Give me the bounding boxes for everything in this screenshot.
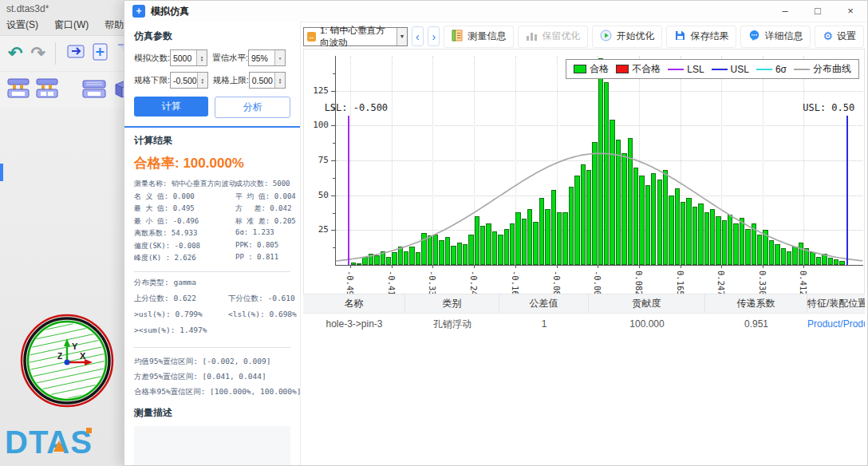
start-optimize-icon: [600, 30, 612, 44]
histogram-bar: [433, 235, 438, 265]
x-tick-label: -0.248: [469, 271, 479, 294]
feature-position-link[interactable]: Product/Product1/untitle_1_point: [807, 315, 865, 334]
next-measurement-button[interactable]: ›: [428, 26, 440, 46]
histogram-bar: [398, 247, 403, 265]
histogram-bar: [504, 229, 509, 265]
viewport-3d[interactable]: [0, 109, 126, 466]
legend-swatch-box: [616, 65, 629, 73]
measure-description-box[interactable]: [134, 426, 290, 466]
sim-count-input[interactable]: 5000 ▴▾: [170, 49, 207, 66]
histogram-bar: [374, 255, 379, 265]
table-header-cell: 名称: [303, 294, 405, 313]
menu-window[interactable]: 窗口(W): [54, 18, 89, 32]
button-label: 保存结果: [690, 30, 728, 43]
histogram-bar: [416, 252, 420, 265]
histogram-bar: [510, 223, 515, 265]
usl-line: [846, 116, 848, 265]
fixture-icon[interactable]: [81, 77, 107, 103]
table-header-cell: 公差值: [499, 294, 589, 313]
histogram-chart[interactable]: 255075100125-0.496-0.413-0.331-0.248-0.1…: [303, 49, 865, 294]
histogram-bar: [692, 207, 697, 265]
left-panel: 仿真参数 模拟次数: 5000 ▴▾ 置信水平: 95% ▾ 规格下限: -0.…: [124, 22, 301, 465]
toolbar-button-detail-info[interactable]: 详细信息: [740, 26, 811, 48]
x-tick-label: -0.001: [593, 271, 602, 294]
add-document-icon[interactable]: [91, 41, 112, 65]
toolbar-button-measure-info[interactable]: 测量信息: [444, 26, 514, 48]
measurement-icon: ↔: [307, 32, 316, 41]
histogram-bar: [598, 58, 603, 265]
histogram-bar: [515, 212, 520, 265]
prev-measurement-button[interactable]: ‹: [412, 26, 424, 46]
legend-swatch-line: [756, 69, 772, 70]
keep-optimize-icon: [526, 30, 538, 44]
legend-label: 不合格: [632, 62, 661, 76]
legend-item: LSL: [668, 64, 704, 75]
histogram-bar: [616, 140, 621, 265]
redo-icon[interactable]: ↷: [30, 45, 45, 62]
stat-line: 最 小 值: -0.496: [134, 216, 235, 229]
x-tick-label: -0.166: [511, 271, 520, 294]
table-header-cell: 传递系数: [705, 294, 807, 313]
spinner-arrows[interactable]: ▴▾: [197, 73, 207, 88]
histogram-bar: [745, 229, 750, 265]
histogram-bar: [409, 247, 414, 265]
undo-icon[interactable]: ↶: [8, 45, 22, 62]
axis-z-label: Z: [57, 352, 62, 361]
toolbar-button-keep-optimize[interactable]: 保留优化: [518, 26, 588, 48]
stat-line: 测量名称: 销中心垂直方向波动: [134, 179, 235, 192]
histogram-bar: [669, 195, 673, 265]
distribution-line: <lsl(%): 0.698%: [228, 310, 297, 326]
dialog-titlebar: + 模拟仿真 – □ ×: [124, 1, 867, 22]
spinner-arrows[interactable]: ▴▾: [274, 73, 285, 88]
stat-line: 平 均 值: 0.004: [235, 192, 296, 204]
table-header-row: 名称类别公差值贡献度传递系数特征/装配位置: [303, 294, 865, 314]
spinner-arrows[interactable]: ▴▾: [196, 50, 207, 65]
x-tick-label: -0.413: [387, 271, 397, 294]
measurement-select[interactable]: ↔ 1: 销中心垂直方向波动 ▼: [303, 27, 408, 46]
calculate-button[interactable]: 计算: [134, 97, 208, 116]
close-button[interactable]: ×: [837, 1, 864, 22]
chart-legend: 合格不合格LSLUSL6σ分布曲线: [566, 59, 859, 79]
analyze-button[interactable]: 分析: [215, 97, 290, 118]
table-row[interactable]: hole-3->pin-3孔销浮动1100.0000.951Product/Pr…: [303, 314, 865, 334]
dropdown-caret-icon[interactable]: ▼: [397, 28, 407, 45]
dock-indicator: [0, 164, 3, 181]
menu-settings[interactable]: 设置(S): [6, 18, 38, 32]
button-label: 设置: [837, 30, 856, 43]
lower-spec-input[interactable]: -0.500 ▴▾: [170, 72, 208, 89]
histogram-bar: [704, 212, 709, 265]
x-tick-label: -0.331: [428, 271, 437, 294]
histogram-bar: [386, 257, 391, 265]
toolbar-button-start-optimize[interactable]: 开始优化: [592, 26, 662, 48]
minimize-button[interactable]: –: [771, 1, 799, 22]
histogram-bar: [628, 138, 633, 265]
histogram-bar: [839, 261, 844, 265]
upper-spec-input[interactable]: 0.500 ▴▾: [249, 72, 286, 89]
histogram-bar: [475, 216, 479, 265]
distribution-line: ><sum(%): 1.497%: [134, 326, 228, 342]
histogram-bar: [822, 254, 827, 265]
histogram-bar: [545, 209, 550, 265]
assembly-icon-2[interactable]: [35, 77, 59, 103]
confidence-label: 置信水平:: [212, 53, 248, 64]
button-label: 保留优化: [542, 30, 580, 43]
histogram-bar: [428, 235, 432, 265]
button-label: 测量信息: [468, 30, 506, 43]
legend-label: 6σ: [775, 64, 787, 75]
pin-hole-model[interactable]: Y X Z: [19, 313, 115, 412]
x-tick-label: -0.496: [345, 271, 355, 294]
confidence-level-select[interactable]: 95% ▾: [248, 49, 286, 66]
maximize-button[interactable]: □: [804, 1, 831, 22]
toolbar-button-settings[interactable]: ⚙设置: [815, 26, 864, 48]
histogram-bar: [769, 240, 774, 265]
histogram-bar: [604, 82, 609, 265]
background-toolbar-row1: ↶ ↷: [0, 35, 134, 71]
export-icon[interactable]: [65, 41, 88, 65]
toolbar-button-save-results[interactable]: 保存结果: [666, 26, 736, 48]
histogram-bar: [610, 120, 614, 265]
histogram-bar: [763, 230, 767, 265]
select-caret-icon[interactable]: ▾: [274, 50, 285, 65]
assembly-icon-1[interactable]: [6, 77, 30, 103]
gridline-v: [803, 56, 804, 265]
histogram-bar: [592, 142, 597, 265]
